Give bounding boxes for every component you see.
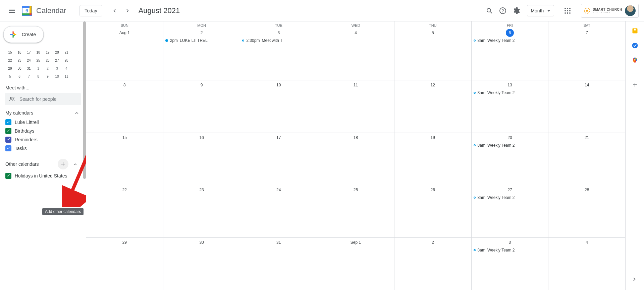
day-cell[interactable]: 68amWeekly Team 2	[472, 28, 549, 80]
mini-calendar-day[interactable]: 2	[43, 64, 52, 72]
mini-calendar-day[interactable]: 23	[15, 56, 24, 64]
mini-calendar-day[interactable]: 3	[52, 64, 62, 72]
mini-calendar-day[interactable]: 15	[5, 48, 15, 56]
calendar-checkbox[interactable]	[5, 128, 11, 134]
mini-calendar-day[interactable]: 9	[43, 72, 52, 80]
view-switcher[interactable]: Month	[527, 5, 554, 16]
mini-calendar-day[interactable]: 4	[62, 64, 71, 72]
mini-calendar-day[interactable]: 18	[34, 48, 43, 56]
mini-calendar-day[interactable]: 19	[43, 48, 52, 56]
today-button[interactable]: Today	[79, 5, 102, 16]
create-button[interactable]: Create	[3, 26, 44, 43]
day-cell[interactable]: 14	[548, 80, 625, 132]
mini-calendar-day[interactable]: 30	[15, 64, 24, 72]
day-cell[interactable]: 26	[394, 185, 472, 237]
day-cell[interactable]: 7	[548, 28, 625, 80]
day-cell[interactable]: 8	[86, 80, 163, 132]
calendar-item[interactable]: Holidays in United States	[3, 171, 86, 180]
mini-calendar-day[interactable]: 5	[5, 72, 15, 80]
search-button[interactable]	[483, 4, 496, 17]
org-account-chip[interactable]: SMART CHURCH SOLUTIONS	[581, 4, 639, 18]
calendar-checkbox[interactable]	[5, 145, 11, 151]
people-search-input[interactable]: Search for people	[5, 93, 81, 105]
day-cell[interactable]: 22pmLUKE LITTREL	[163, 28, 240, 80]
mini-calendar-day[interactable]: 17	[24, 48, 34, 56]
calendar-event[interactable]: 8amWeekly Team 2	[472, 246, 548, 254]
day-cell[interactable]: 30	[163, 238, 240, 290]
day-cell[interactable]: 15	[86, 133, 163, 185]
calendar-event[interactable]: 8amWeekly Team 2	[472, 194, 548, 201]
calendar-checkbox[interactable]	[5, 137, 11, 143]
support-button[interactable]: ?	[496, 4, 509, 17]
maps-addon-button[interactable]	[632, 57, 638, 64]
add-other-calendars-button[interactable]	[58, 159, 68, 169]
calendar-item[interactable]: Birthdays	[3, 127, 86, 135]
day-cell[interactable]: 38amWeekly Team 2	[472, 238, 549, 290]
day-cell[interactable]: 17	[240, 133, 317, 185]
tasks-addon-button[interactable]	[632, 42, 638, 49]
day-cell[interactable]: Aug 1	[86, 28, 163, 80]
mini-calendar-day[interactable]: 28	[62, 56, 71, 64]
mini-calendar-day[interactable]: 11	[62, 72, 71, 80]
mini-calendar-day[interactable]: 1	[34, 64, 43, 72]
calendar-event[interactable]: 2:30pmMeet with T	[240, 37, 317, 44]
calendar-item[interactable]: Luke Littrell	[3, 118, 86, 127]
day-cell[interactable]: 5	[394, 28, 472, 80]
day-cell[interactable]: 21	[548, 133, 625, 185]
day-cell[interactable]: 9	[163, 80, 240, 132]
day-cell[interactable]: 19	[394, 133, 472, 185]
mini-calendar-day[interactable]: 24	[24, 56, 34, 64]
other-calendars-collapse[interactable]	[70, 159, 80, 169]
day-cell[interactable]: 22	[86, 185, 163, 237]
mini-calendar-day[interactable]: 20	[52, 48, 62, 56]
google-apps-button[interactable]	[561, 4, 574, 17]
next-period-button[interactable]	[121, 4, 135, 17]
day-cell[interactable]: 32:30pmMeet with T	[240, 28, 317, 80]
calendar-event[interactable]: 2pmLUKE LITTREL	[163, 37, 240, 44]
day-cell[interactable]: 11	[317, 80, 394, 132]
sidebar-scrollbar[interactable]	[83, 21, 86, 179]
my-calendars-header[interactable]: My calendars	[3, 105, 86, 118]
day-cell[interactable]: 12	[394, 80, 472, 132]
mini-calendar-day[interactable]: 16	[15, 48, 24, 56]
calendar-checkbox[interactable]	[5, 119, 11, 125]
day-cell[interactable]: 138amWeekly Team 2	[472, 80, 549, 132]
day-cell[interactable]: Sep 1	[317, 238, 394, 290]
get-addons-button[interactable]	[632, 81, 638, 88]
account-avatar[interactable]	[625, 5, 636, 16]
mini-calendar-day[interactable]: 27	[52, 56, 62, 64]
day-cell[interactable]: 18	[317, 133, 394, 185]
prev-period-button[interactable]	[108, 4, 121, 17]
calendar-checkbox[interactable]	[5, 173, 11, 179]
mini-calendar-day[interactable]: 10	[52, 72, 62, 80]
calendar-item[interactable]: Reminders	[3, 135, 86, 144]
day-cell[interactable]: 4	[548, 238, 625, 290]
mini-calendar-day[interactable]: 8	[34, 72, 43, 80]
mini-calendar-day[interactable]: 6	[15, 72, 24, 80]
day-cell[interactable]: 10	[240, 80, 317, 132]
day-cell[interactable]: 208amWeekly Team 2	[472, 133, 549, 185]
mini-calendar-day[interactable]: 31	[24, 64, 34, 72]
day-cell[interactable]: 31	[240, 238, 317, 290]
mini-calendar-day[interactable]: 7	[24, 72, 34, 80]
day-cell[interactable]: 2	[394, 238, 472, 290]
calendar-event[interactable]: 8amWeekly Team 2	[472, 37, 548, 44]
day-cell[interactable]: 25	[317, 185, 394, 237]
settings-button[interactable]	[509, 4, 523, 17]
mini-calendar[interactable]: 8910111213141516171819202122232425262728…	[3, 46, 86, 80]
mini-calendar-day[interactable]: 21	[62, 48, 71, 56]
day-cell[interactable]: 4	[317, 28, 394, 80]
day-cell[interactable]: 16	[163, 133, 240, 185]
day-cell[interactable]: 29	[86, 238, 163, 290]
calendar-item[interactable]: Tasks	[3, 144, 86, 153]
day-cell[interactable]: 278amWeekly Team 2	[472, 185, 549, 237]
day-cell[interactable]: 24	[240, 185, 317, 237]
day-cell[interactable]: 23	[163, 185, 240, 237]
mini-calendar-day[interactable]: 29	[5, 64, 15, 72]
mini-calendar-day[interactable]: 25	[34, 56, 43, 64]
day-cell[interactable]: 28	[548, 185, 625, 237]
show-side-panel-button[interactable]	[631, 275, 639, 283]
keep-addon-button[interactable]	[632, 27, 638, 34]
main-menu-button[interactable]	[5, 4, 19, 17]
calendar-event[interactable]: 8amWeekly Team 2	[472, 142, 548, 149]
